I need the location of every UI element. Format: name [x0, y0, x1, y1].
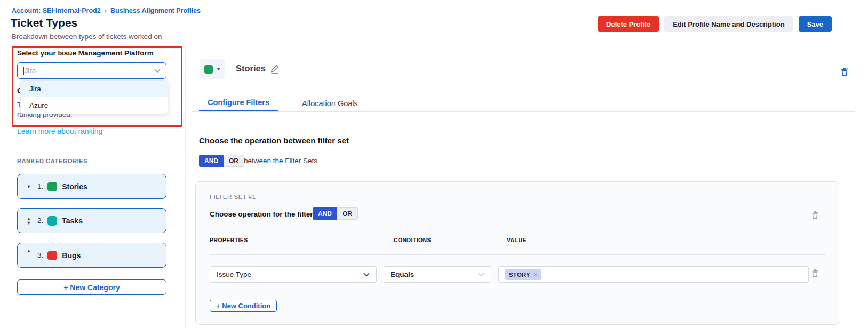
ticket-types-page: Account: SEI-Internal-Prod2 › Business A…: [0, 0, 868, 328]
chevron-down-icon[interactable]: [154, 69, 161, 73]
breadcrumb-account-link[interactable]: Account: SEI-Internal-Prod2: [12, 7, 101, 14]
new-category-button[interactable]: + New Category: [17, 279, 166, 295]
edit-name-icon[interactable]: [270, 64, 280, 74]
category-rank: 2.: [37, 217, 43, 225]
category-color-chip: [47, 182, 57, 191]
category-card-stories[interactable]: ▼ 1. Stories: [17, 174, 166, 199]
save-button[interactable]: Save: [799, 16, 832, 32]
learn-more-ranking-link[interactable]: Learn more about ranking: [17, 127, 102, 135]
filters-andor-toggle: AND OR: [313, 207, 358, 220]
column-header-value: VALUE: [507, 237, 527, 243]
ranked-categories-title: RANKED CATEGORIES: [17, 158, 87, 164]
value-tag-story: STORY ×: [505, 269, 541, 280]
category-name: Stories: [62, 182, 87, 191]
column-header-properties: PROPERTIES: [210, 237, 248, 243]
header-actions: Delete Profile Edit Profile Name and Des…: [598, 16, 832, 32]
value-multiselect[interactable]: STORY ×: [498, 266, 809, 283]
delete-category-icon[interactable]: [840, 67, 849, 77]
category-name: Bugs: [62, 251, 81, 260]
category-color-chip: [47, 216, 57, 226]
tab-allocation-goals[interactable]: Allocation Goals: [293, 94, 367, 112]
tab-bar: Configure Filters Allocation Goals: [199, 94, 367, 112]
delete-condition-icon[interactable]: [810, 269, 819, 278]
category-color-picker[interactable]: [200, 59, 225, 79]
selected-category-title: Stories: [236, 63, 266, 74]
sidebar-divider: [185, 46, 186, 328]
value-tag-label: STORY: [509, 271, 530, 278]
category-rank: 1.: [37, 182, 43, 190]
color-swatch: [204, 65, 213, 74]
or-toggle[interactable]: OR: [224, 155, 244, 167]
move-up-down-icon[interactable]: ▲▼: [25, 217, 33, 225]
delete-filter-set-icon[interactable]: [810, 211, 819, 220]
chevron-down-icon: [478, 273, 484, 277]
breadcrumb: Account: SEI-Internal-Prod2 › Business A…: [12, 6, 201, 14]
header-divider: [0, 46, 868, 46]
delete-profile-button[interactable]: Delete Profile: [598, 16, 659, 32]
move-down-icon[interactable]: ▼: [25, 185, 33, 189]
page-subtitle: Breakdown between types of tickets worke…: [12, 33, 162, 41]
text-caret: [23, 67, 24, 75]
platform-dropdown-menu: Jira Azure: [20, 80, 168, 114]
tabs-divider: [192, 111, 855, 112]
caret-down-icon: [217, 68, 221, 70]
dropdown-option-azure[interactable]: Azure: [21, 97, 168, 114]
or-toggle[interactable]: OR: [337, 207, 358, 220]
new-condition-button[interactable]: + New Condition: [210, 300, 277, 312]
platform-select-input[interactable]: Jira: [17, 62, 166, 79]
filter-set-card: FILTER SET #1 Choose operation for the f…: [195, 181, 839, 325]
operation-heading: Choose the operation between filter set: [199, 136, 349, 145]
operation-caption: between the Filter Sets: [244, 157, 317, 165]
breadcrumb-separator-icon: ›: [105, 6, 107, 14]
category-name: Tasks: [62, 217, 83, 225]
sidebar-bottom-divider: [17, 317, 166, 317]
tab-configure-filters[interactable]: Configure Filters: [199, 94, 278, 112]
category-card-tasks[interactable]: ▲▼ 2. Tasks: [17, 208, 166, 233]
condition-select[interactable]: Equals: [384, 266, 491, 283]
category-color-chip: [47, 251, 57, 260]
category-rank: 3.: [37, 251, 43, 259]
edit-profile-button[interactable]: Edit Profile Name and Description: [664, 16, 793, 32]
category-card-bugs[interactable]: ▲ 3. Bugs: [17, 243, 166, 268]
platform-select-label: Select your Issue Management Platform: [17, 49, 154, 57]
breadcrumb-profiles-link[interactable]: Business Alignment Profiles: [110, 7, 201, 14]
move-up-icon[interactable]: ▲: [25, 249, 33, 253]
columns-divider: [210, 254, 826, 255]
filter-sets-andor-toggle: AND OR: [199, 155, 244, 167]
chevron-down-icon: [363, 273, 370, 277]
condition-select-value: Equals: [391, 270, 414, 278]
remove-tag-icon[interactable]: ×: [533, 271, 538, 278]
and-toggle[interactable]: AND: [313, 207, 337, 220]
and-toggle[interactable]: AND: [199, 155, 224, 167]
property-select-value: Issue Type: [217, 270, 251, 278]
property-select[interactable]: Issue Type: [210, 266, 377, 283]
dropdown-option-jira[interactable]: Jira: [21, 81, 168, 97]
platform-placeholder: Jira: [25, 67, 36, 75]
column-header-conditions: CONDITIONS: [394, 237, 431, 243]
page-title: Ticket Types: [11, 17, 77, 29]
filter-set-title: FILTER SET #1: [210, 194, 256, 200]
filters-operation-label: Choose operation for the filters: [210, 210, 317, 218]
